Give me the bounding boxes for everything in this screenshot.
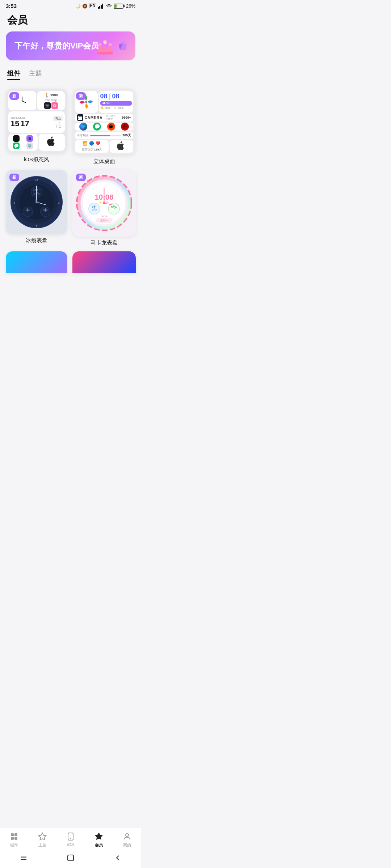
macaron-clock-face: 10:08 ⚡ 100% 20° 12:30 56% 04/18 <box>76 175 132 231</box>
new-badge-3d: 新 <box>76 92 86 100</box>
mute-icon: 🔕 <box>82 4 88 9</box>
apple-logo <box>46 136 57 149</box>
svg-text:12: 12 <box>35 178 38 181</box>
widget-card-macaron[interactable]: 新 <box>72 170 136 237</box>
widget-item-ice-clock[interactable]: 新 12 3 6 9 2 1 <box>6 170 67 246</box>
widget-card-ice-clock[interactable]: 新 12 3 6 9 2 1 <box>6 170 67 235</box>
wind: ⚡ 75% <box>113 106 123 110</box>
widget-item-3d[interactable]: 新 <box>72 89 136 165</box>
new-badge-macaron: 新 <box>76 174 86 181</box>
svg-point-62 <box>103 202 105 204</box>
vip-text: 下午好，尊贵的VIP会员 <box>14 41 99 51</box>
widget-label-ios: iOS拟态风 <box>24 156 49 163</box>
gem-icon <box>117 41 128 51</box>
temp: 34° <box>106 102 111 105</box>
wifi-icon <box>106 4 112 9</box>
apple-logo-2 <box>116 140 126 153</box>
step-label: The Step <box>45 98 57 102</box>
widget-label-ice: 冰裂表盘 <box>26 237 47 244</box>
svg-point-19 <box>22 100 23 101</box>
widget-label-3d: 立体桌面 <box>93 158 115 165</box>
date-17: 17 <box>20 120 29 128</box>
widget-grid: 新 <box>0 86 141 276</box>
svg-rect-5 <box>123 5 125 7</box>
widget-item-partial-2[interactable] <box>72 251 136 273</box>
svg-rect-3 <box>102 4 103 9</box>
camera-label: CAMERA <box>85 116 103 120</box>
svg-point-13 <box>104 41 106 44</box>
widget-label-macaron: 马卡龙表盘 <box>91 239 118 246</box>
svg-line-18 <box>22 101 26 103</box>
step-label-2: TODAY STEP <box>105 114 120 121</box>
tab-themes[interactable]: 主题 <box>29 69 42 80</box>
vip-banner[interactable]: 下午好，尊贵的VIP会员 <box>6 31 135 60</box>
svg-text:6: 6 <box>36 225 37 228</box>
new-badge-ios: 新 <box>9 92 19 100</box>
signal-icon <box>98 4 104 9</box>
svg-text:⚡: ⚡ <box>115 5 118 8</box>
widget-item-ios-style[interactable]: 新 <box>6 89 67 165</box>
tabs-container: 组件 主题 <box>0 69 141 80</box>
weekday: 周五 <box>53 116 63 121</box>
svg-text:32°: 32° <box>35 199 39 201</box>
widget-card-3d[interactable]: 新 <box>72 89 136 155</box>
battery-icon: ⚡ <box>114 3 125 9</box>
svg-rect-0 <box>98 7 99 9</box>
battery-percent: 26% <box>126 3 135 9</box>
svg-point-43 <box>35 201 38 203</box>
widget-card-partial-2[interactable] <box>72 251 136 273</box>
new-badge-ice: 新 <box>9 174 19 181</box>
svg-point-20 <box>85 101 87 103</box>
walk-icon: 🚶 <box>44 93 50 98</box>
time-08b: 08 <box>112 93 119 100</box>
hd-icon: HD <box>89 4 96 8</box>
svg-rect-1 <box>99 6 100 9</box>
svg-text:3: 3 <box>58 201 59 204</box>
lunar-date: 二月十七 <box>55 122 61 128</box>
svg-text:04/18: 04/18 <box>101 215 108 218</box>
page-title: 会员 <box>0 10 141 31</box>
moon-icon: 🌙 <box>75 4 81 9</box>
humid: ☀️ 95% <box>100 106 110 110</box>
svg-text:9: 9 <box>13 201 15 204</box>
step-num-2: 9999+ <box>122 116 131 119</box>
ice-clock-face: 12 3 6 9 2 1 二月十一 10:10 五 <box>9 175 64 229</box>
budget-num: 205天 <box>122 133 131 138</box>
time-08: 08 <box>100 93 108 100</box>
status-time: 3:53 <box>6 3 17 9</box>
step-count: 9999 <box>50 93 58 97</box>
widget-item-macaron[interactable]: 新 <box>72 170 136 246</box>
status-icons: 🌙 🔕 HD ⚡ 26% <box>75 3 135 9</box>
widget-card-partial-1[interactable] <box>6 251 67 273</box>
crown-icon <box>94 37 116 55</box>
budget-label: 今年剩余 <box>77 133 89 137</box>
vip-decoration <box>94 37 128 55</box>
status-bar: 3:53 🌙 🔕 HD ⚡ 26% <box>0 0 141 10</box>
svg-text:星期一: 星期一 <box>100 219 108 222</box>
svg-rect-12 <box>97 52 113 54</box>
widget-card-ios-style[interactable]: 新 <box>6 89 67 153</box>
svg-rect-2 <box>101 5 102 9</box>
widget-item-partial-1[interactable] <box>6 251 67 273</box>
date-15: 15 <box>10 120 19 128</box>
tab-widgets[interactable]: 组件 <box>7 69 20 80</box>
